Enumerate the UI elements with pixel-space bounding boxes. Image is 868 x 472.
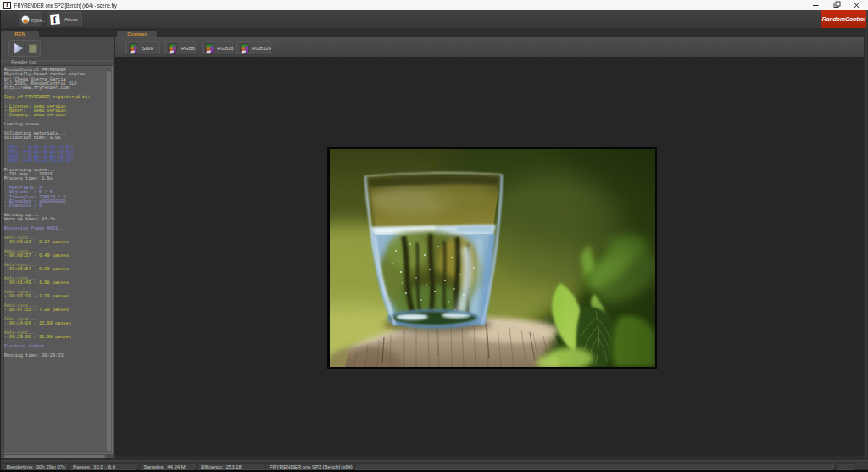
svg-text:Render log: Render log (11, 59, 36, 64)
